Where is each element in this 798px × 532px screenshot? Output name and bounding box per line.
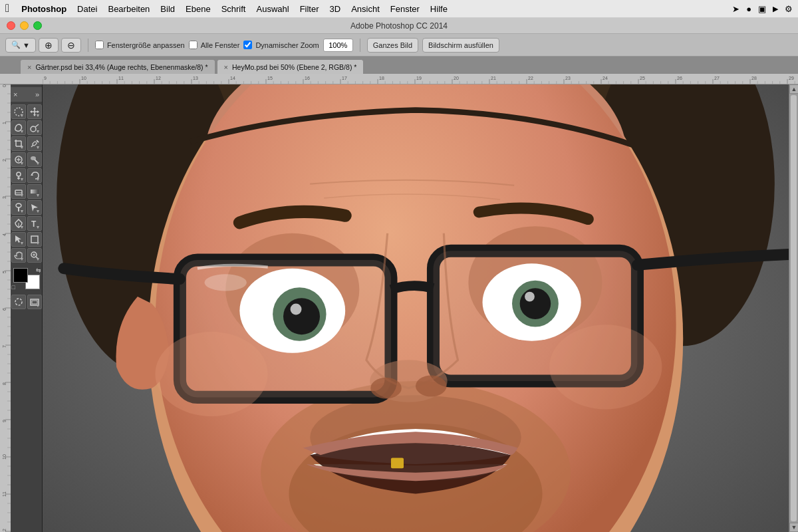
foreground-color-swatch[interactable] xyxy=(13,268,28,283)
svg-line-17 xyxy=(31,145,33,147)
canvas-area xyxy=(43,84,789,532)
tool-row-2: ▼ ▼ xyxy=(11,120,42,135)
svg-rect-74 xyxy=(391,458,404,468)
tab-bar: × Gärtner.psd bei 33,4% (Auge rechts, Eb… xyxy=(0,57,798,74)
menu-datei[interactable]: Datei xyxy=(77,4,97,14)
svg-line-15 xyxy=(37,140,39,142)
menu-auswahl[interactable]: Auswahl xyxy=(256,4,289,14)
zoom-fit-label[interactable]: Fenstergröße anpassen xyxy=(95,41,185,49)
tool-row-1: ▼ ▼ xyxy=(11,104,42,119)
lasso-tool[interactable]: ▼ xyxy=(11,120,26,135)
zoom-out-button[interactable]: ⊖ xyxy=(61,38,81,53)
quick-mask-tool[interactable] xyxy=(11,295,26,309)
reset-colors-icon[interactable]: □ xyxy=(12,284,15,291)
menu-right-icons: ➤ ● ▣ ▶ ⚙ xyxy=(732,4,793,14)
tab-close-1[interactable]: × xyxy=(27,63,31,71)
hand-tool[interactable]: ▼ xyxy=(11,248,26,263)
separator-2 xyxy=(360,39,360,52)
shape-tool[interactable]: ▼ xyxy=(27,232,42,247)
brush-tool[interactable]: ▼ xyxy=(27,152,42,167)
direct-select-tool[interactable]: ▼ xyxy=(11,232,26,247)
svg-line-10 xyxy=(35,124,39,127)
menu-ebene[interactable]: Ebene xyxy=(186,4,211,14)
tool-row-10: ▼ ▼ xyxy=(11,248,42,263)
toolbox: × » ▼ ▼ xyxy=(11,84,43,532)
elliptical-marquee-tool[interactable]: ▼ xyxy=(11,104,26,119)
menu-photoshop[interactable]: Photoshop xyxy=(21,4,66,14)
menu-schrift[interactable]: Schrift xyxy=(221,4,246,14)
zoom-percent-input[interactable] xyxy=(323,39,353,52)
move-tool[interactable]: ▼ xyxy=(27,104,42,119)
tool-row-3: ▼ ▼ xyxy=(11,136,42,151)
fill-screen-button[interactable]: Bildschirm ausfüllen xyxy=(422,38,499,53)
gradient-tool[interactable]: ▼ xyxy=(27,184,42,199)
tab-gaertner[interactable]: × Gärtner.psd bei 33,4% (Auge rechts, Eb… xyxy=(20,59,215,74)
zoom-fit-checkbox[interactable] xyxy=(95,41,104,49)
screen-mode-tool[interactable]: ▼ xyxy=(27,295,42,309)
zoom-tool-button[interactable]: 🔍 ▼ xyxy=(5,38,36,53)
menu-ansicht[interactable]: Ansicht xyxy=(351,4,380,14)
clone-stamp-tool[interactable]: ▼ xyxy=(11,168,26,183)
pen-tool[interactable]: ▼ xyxy=(11,216,26,231)
time-icon: ▶ xyxy=(773,5,778,13)
menu-hilfe[interactable]: Hilfe xyxy=(430,4,448,14)
minimize-button[interactable] xyxy=(20,21,29,30)
menu-filter[interactable]: Filter xyxy=(300,4,319,14)
tool-row-4: ▼ ▼ xyxy=(11,152,42,167)
tab-label-1: Gärtner.psd bei 33,4% (Auge rechts, Eben… xyxy=(35,63,207,71)
crop-tool[interactable]: ▼ xyxy=(11,136,26,151)
display-icon: ▣ xyxy=(758,4,766,14)
color-swatches: □ ⇆ xyxy=(13,268,40,289)
magnifier-icon: 🔍 xyxy=(11,41,21,49)
toolbar: 🔍 ▼ ⊕ ⊖ Fenstergröße anpassen Alle Fenst… xyxy=(0,34,798,57)
history-brush-tool[interactable]: ▼ xyxy=(27,168,42,183)
scroll-up-button[interactable]: ▲ xyxy=(789,84,798,94)
tool-row-7: ▼ ▼ xyxy=(11,200,42,215)
zoom-canvas-tool[interactable]: ▼ xyxy=(27,248,42,263)
zoom-in-icon: ⊕ xyxy=(45,40,53,51)
svg-point-76 xyxy=(549,325,662,409)
svg-point-41 xyxy=(15,299,22,305)
zoom-in-button[interactable]: ⊕ xyxy=(39,38,59,53)
svg-point-23 xyxy=(17,172,21,176)
apple-logo-icon[interactable]:  xyxy=(5,2,9,15)
svg-marker-5 xyxy=(33,107,36,109)
svg-point-70 xyxy=(525,292,535,302)
menu-fenster[interactable]: Fenster xyxy=(390,4,420,14)
tool-row-6: ▼ ▼ xyxy=(11,184,42,199)
horizontal-ruler xyxy=(0,74,798,84)
zoom-dynamic-checkbox[interactable] xyxy=(243,41,252,49)
svg-marker-26 xyxy=(31,174,33,176)
menu-bearbeiten[interactable]: Bearbeiten xyxy=(108,4,150,14)
svg-point-65 xyxy=(283,298,320,334)
tab-heymo[interactable]: × HeyMo.psd bei 50% (Ebene 2, RGB/8) * xyxy=(217,59,364,74)
toolbox-header: × » xyxy=(11,87,42,102)
dodge-tool[interactable]: ▼ xyxy=(11,200,26,215)
share-icon: ➤ xyxy=(732,4,739,14)
vertical-ruler xyxy=(0,84,11,532)
path-select-tool[interactable]: ▼ xyxy=(27,200,42,215)
zoom-all-checkbox[interactable] xyxy=(189,41,198,49)
type-tool[interactable]: T ▼ xyxy=(27,216,42,231)
swap-colors-icon[interactable]: ⇆ xyxy=(36,267,41,273)
svg-point-9 xyxy=(31,126,36,132)
vertical-scrollbar[interactable]: ▲ ▼ xyxy=(789,84,798,532)
toolbox-close-icon[interactable]: × xyxy=(13,90,17,98)
tab-close-2[interactable]: × xyxy=(224,63,228,71)
quick-select-tool[interactable]: ▼ xyxy=(27,120,42,135)
spot-heal-tool[interactable]: ▼ xyxy=(11,152,26,167)
menu-bild[interactable]: Bild xyxy=(160,4,175,14)
eraser-tool[interactable]: ▼ xyxy=(11,184,26,199)
zoom-all-label[interactable]: Alle Fenster xyxy=(189,41,240,49)
menu-3d[interactable]: 3D xyxy=(330,4,341,14)
close-button[interactable] xyxy=(7,21,15,30)
scroll-thumb[interactable] xyxy=(791,95,797,521)
scroll-down-button[interactable]: ▼ xyxy=(789,523,798,532)
tool-row-8: ▼ T ▼ xyxy=(11,216,42,231)
notification-icon: ● xyxy=(746,4,751,14)
zoom-dynamic-label[interactable]: Dynamischer Zoom xyxy=(243,41,319,49)
maximize-button[interactable] xyxy=(33,21,42,30)
fit-screen-button[interactable]: Ganzes Bild xyxy=(367,38,418,53)
toolbox-expand-icon[interactable]: » xyxy=(35,90,39,98)
eyedropper-tool[interactable]: ▼ xyxy=(27,136,42,151)
